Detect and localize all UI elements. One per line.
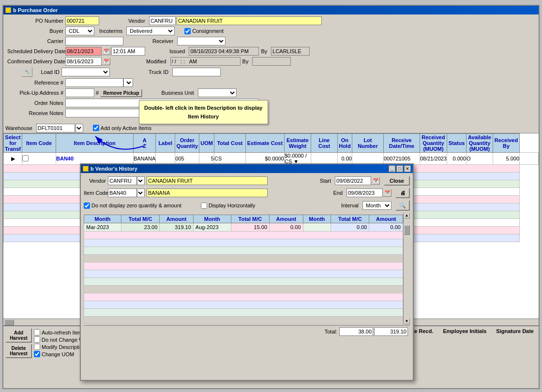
- history-row-empty: [84, 286, 403, 293]
- confirmed-delivery-calendar[interactable]: 📅: [102, 58, 110, 65]
- scheduled-delivery-input[interactable]: [65, 47, 102, 56]
- row-estcost: $0.0000 / CS ▼: [284, 153, 311, 165]
- dialog-start-calendar[interactable]: 📅: [371, 177, 380, 185]
- add-active-items-checkbox[interactable]: [93, 125, 99, 131]
- row-itemcode: BAN40: [56, 153, 134, 165]
- history-row-empty: [84, 232, 403, 239]
- history-row-empty: [84, 317, 403, 324]
- history-amt2: 0.00: [270, 223, 303, 232]
- dialog-end-calendar[interactable]: 📅: [383, 189, 391, 197]
- col-header-recvby: ReceivedBy: [493, 134, 520, 153]
- receiver-select[interactable]: [177, 37, 226, 45]
- dialog-end-input[interactable]: [346, 189, 383, 197]
- col-amt2: Amount: [270, 215, 303, 223]
- do-not-change-wh-checkbox[interactable]: [34, 336, 40, 343]
- truck-id-input[interactable]: [172, 68, 221, 76]
- dialog-vendor-code[interactable]: [108, 176, 137, 185]
- auto-refresh-checkbox[interactable]: [34, 329, 40, 335]
- scheduled-time-input[interactable]: [111, 47, 145, 56]
- change-uom-checkbox[interactable]: [34, 351, 40, 357]
- col-header-estweight: EstimateWeight: [284, 134, 311, 153]
- col-header-orderqty: OrderQuantity: [175, 134, 199, 153]
- form-area: PO Number Vendor Buyer CDL Incoterms Del…: [3, 15, 539, 121]
- warehouse-dropdown[interactable]: [75, 124, 83, 132]
- dialog-itemcode-input[interactable]: [108, 189, 137, 197]
- form-row-5: Confirmed Delivery Date 📅 Modified By: [7, 57, 535, 66]
- form-row-order-notes: Order Notes: [7, 99, 535, 107]
- incoterms-label: Incoterms: [99, 28, 124, 34]
- confirmed-delivery-label: Confirmed Delivery Date: [7, 58, 65, 64]
- dialog-minimize-button[interactable]: _: [389, 165, 395, 172]
- dialog-print-button[interactable]: 🖨: [395, 188, 410, 198]
- carrier-input[interactable]: [65, 37, 123, 45]
- pickup-address-input[interactable]: [65, 88, 94, 97]
- dialog-close-button[interactable]: ✕: [404, 165, 411, 172]
- col-amt3: Amount: [369, 215, 403, 223]
- col-header-linecost: Line Cost: [311, 134, 337, 153]
- load-id-icon[interactable]: 🔧: [22, 67, 32, 77]
- consignment-checkbox[interactable]: [184, 28, 191, 34]
- col-mc3: Total M/C: [331, 215, 369, 223]
- dialog-titlebar-buttons: _ □ ✕: [389, 165, 411, 172]
- modify-desc-checkbox[interactable]: [34, 344, 40, 350]
- display-horizontally-text: Display Horizontally: [209, 203, 256, 208]
- history-month2: Aug-2023: [193, 223, 231, 232]
- reference-dropdown[interactable]: [123, 78, 133, 87]
- dialog-interval-select[interactable]: Month: [362, 201, 391, 210]
- do-not-display-zero-checkbox[interactable]: [84, 203, 90, 209]
- row-select-checkbox[interactable]: [22, 155, 29, 161]
- dialog-vendor-dropdown[interactable]: [137, 176, 145, 185]
- vendor-name-input[interactable]: [177, 16, 322, 25]
- consignment-checkbox-label[interactable]: Consignment: [184, 28, 224, 34]
- dialog-icon: [83, 166, 89, 172]
- dialog-itemcode-dropdown[interactable]: [137, 189, 145, 197]
- display-horizontally-label[interactable]: Display Horizontally: [201, 203, 256, 209]
- po-number-input[interactable]: [65, 16, 99, 25]
- row-itemdesc: BANANA: [134, 153, 156, 165]
- col-header-itemcode[interactable]: Item Code: [22, 134, 56, 153]
- dialog-close-btn[interactable]: Close: [384, 176, 410, 186]
- form-row-7: Reference #: [7, 78, 535, 87]
- warehouse-input[interactable]: [36, 124, 75, 132]
- history-row-empty: [84, 270, 403, 278]
- dialog-vendor-row: Vendor Start 📅 Close: [84, 176, 410, 186]
- add-active-items-label[interactable]: Add only Active Items: [93, 125, 151, 131]
- incoterms-select[interactable]: Delivered: [126, 27, 175, 35]
- scheduled-delivery-calendar[interactable]: 📅: [102, 47, 110, 55]
- modify-desc-text: Modify Description: [42, 344, 85, 350]
- form-row-2: Buyer CDL Incoterms Delivered Consignmen…: [7, 27, 535, 35]
- pickup-address-label: Pick-Up Address #: [7, 90, 65, 96]
- display-horizontally-checkbox[interactable]: [201, 203, 207, 209]
- confirmed-delivery-input[interactable]: [65, 57, 102, 66]
- col-header-estcost: Estimate Cost: [245, 134, 284, 153]
- form-row-receive-notes: Receive Notes: [7, 109, 535, 117]
- history-scrollbar[interactable]: ▲ ▼: [403, 213, 410, 324]
- dialog-itemcode-row: Item Code End 📅 🖨: [84, 188, 410, 198]
- business-unit-select[interactable]: [198, 88, 237, 97]
- buyer-label: Buyer: [7, 28, 65, 34]
- reference-input[interactable]: [65, 78, 123, 87]
- row-recvqty: 0.000: [447, 153, 467, 165]
- dialog-maximize-button[interactable]: □: [396, 165, 403, 172]
- col-header-itemdesc[interactable]: Item Description: [56, 134, 134, 153]
- history-row-empty: [84, 255, 403, 262]
- col-header-receivedatetime: ReceiveDate/Time: [383, 134, 420, 153]
- load-id-select[interactable]: [61, 68, 110, 76]
- do-not-display-zero-label[interactable]: Do not display zero quantity & amount: [84, 203, 181, 209]
- tooltip-box: Double- left click in Item Description t…: [139, 100, 268, 124]
- delete-harvest-button[interactable]: Delete Harvest: [5, 344, 32, 358]
- vendor-label: Vendor: [128, 18, 147, 24]
- history-mc3: 0.00: [331, 223, 369, 232]
- remove-pickup-button[interactable]: Remove Pickup: [100, 89, 142, 97]
- dialog-vendor-label: Vendor: [84, 178, 108, 184]
- form-row-6: 🔧 Load ID Truck ID: [7, 67, 535, 77]
- dialog-start-input[interactable]: [335, 176, 371, 185]
- row-receivedatetime: 08/21/2023: [420, 153, 447, 165]
- vendor-code-input[interactable]: [149, 16, 176, 25]
- add-harvest-button[interactable]: Add Harvest: [5, 328, 32, 343]
- truck-id-label: Truck ID: [149, 69, 170, 75]
- buyer-select[interactable]: CDL: [65, 27, 94, 35]
- history-table-scroll[interactable]: Month Total M/C Amount Month Total M/C A…: [84, 213, 403, 324]
- tooltip-line2: Item History: [188, 114, 219, 119]
- dialog-search-button[interactable]: 🔍: [395, 200, 410, 211]
